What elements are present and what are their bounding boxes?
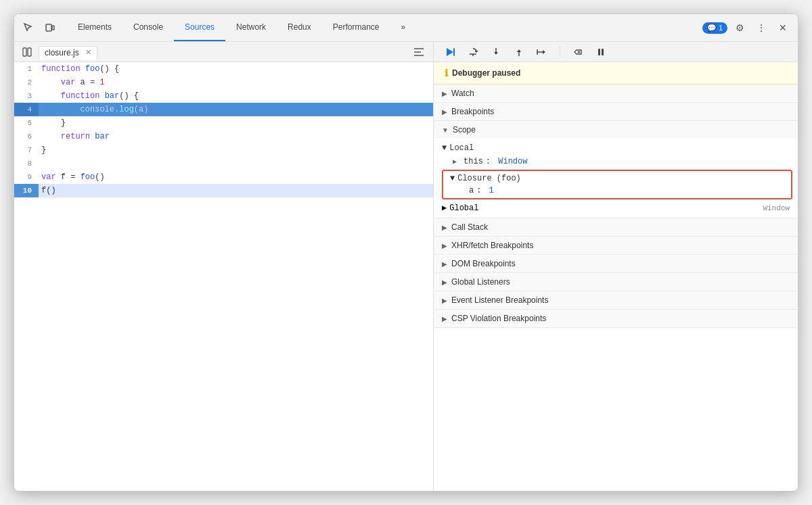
scope-label: Scope [453, 125, 476, 135]
scope-local-label: Local [449, 143, 474, 153]
code-line-6: 6 return bar [14, 130, 433, 143]
paused-banner: ℹ Debugger paused [434, 62, 798, 85]
dom-arrow-icon: ▶ [442, 260, 447, 268]
scope-global-group[interactable]: ▶ Global Window [434, 201, 798, 215]
resume-button[interactable] [442, 44, 458, 60]
section-global-listeners: ▶ Global Listeners [434, 273, 798, 291]
this-key: this [464, 157, 483, 166]
scope-arrow-icon: ▼ [442, 126, 449, 134]
scope-local-group[interactable]: ▼ Local [434, 141, 798, 155]
section-csp: ▶ CSP Violation Breakpoints [434, 310, 798, 328]
local-arrow-icon: ▼ [442, 143, 447, 153]
tab-network[interactable]: Network [225, 14, 277, 41]
tab-more[interactable]: » [390, 14, 417, 41]
paused-text: Debugger paused [452, 68, 520, 78]
svg-rect-14 [598, 49, 600, 55]
svg-rect-5 [453, 48, 455, 56]
global-listeners-arrow-icon: ▶ [442, 279, 447, 286]
closure-arrow-icon: ▼ [450, 174, 455, 183]
tab-console[interactable]: Console [122, 14, 174, 41]
closure-a-val: 1 [489, 186, 494, 195]
tab-redux[interactable]: Redux [277, 14, 322, 41]
debugger-content[interactable]: ℹ Debugger paused ▶ Watch ▶ Breakpoints [434, 62, 798, 491]
scope-global-val: Window [763, 204, 790, 212]
tab-performance[interactable]: Performance [322, 14, 390, 41]
global-listeners-label: Global Listeners [451, 277, 510, 287]
section-dom-header[interactable]: ▶ DOM Breakpoints [434, 255, 798, 272]
callstack-label: Call Stack [451, 222, 488, 232]
show-navigator-button[interactable] [20, 45, 35, 59]
sources-panel: closure.js ✕ 1 function [14, 42, 434, 491]
debugger-panel: ℹ Debugger paused ▶ Watch ▶ Breakpoints [434, 42, 798, 491]
xhr-arrow-icon: ▶ [442, 242, 447, 249]
main-tabs: Elements Console Sources Network Redux P… [67, 14, 702, 41]
section-xhr-header[interactable]: ▶ XHR/fetch Breakpoints [434, 237, 798, 254]
this-arrow-icon: ▶ [453, 158, 457, 166]
section-watch: ▶ Watch [434, 85, 798, 103]
section-csp-header[interactable]: ▶ CSP Violation Breakpoints [434, 310, 798, 327]
this-val: Window [498, 157, 527, 166]
step-over-button[interactable] [465, 44, 481, 60]
section-event-listeners: ▶ Event Listener Breakpoints [434, 291, 798, 310]
dom-label: DOM Breakpoints [451, 259, 516, 268]
step-out-button[interactable] [511, 44, 527, 60]
notification-badge[interactable]: 💬 1 [702, 22, 727, 34]
notification-icon: 💬 [707, 24, 717, 32]
svg-rect-1 [52, 26, 54, 30]
csp-arrow-icon: ▶ [442, 315, 447, 322]
section-scope: ▼ Scope ▼ Local ▶ this : Wind [434, 121, 798, 218]
device-toolbar-button[interactable] [41, 19, 59, 37]
breakpoints-arrow-icon: ▶ [442, 108, 447, 116]
scope-content: ▼ Local ▶ this : Window ▼ [434, 139, 798, 218]
code-line-1: 1 function foo() { [14, 62, 433, 76]
closure-a-key: a [469, 186, 474, 195]
file-tab-close[interactable]: ✕ [85, 48, 91, 57]
code-line-3: 3 function bar() { [14, 89, 433, 103]
more-options-button[interactable]: ⋮ [752, 18, 771, 37]
code-line-9: 9 var f = foo() [14, 170, 433, 184]
scope-closure-a-item: a : 1 [447, 185, 787, 197]
svg-rect-15 [602, 49, 604, 55]
file-tab-name: closure.js [45, 48, 79, 57]
inspect-element-button[interactable] [20, 19, 37, 37]
code-line-4: 4 console.log(a) [14, 103, 433, 116]
deactivate-breakpoints-button[interactable] [570, 44, 586, 60]
section-watch-header[interactable]: ▶ Watch [434, 85, 798, 102]
code-line-2: 2 var a = 1 [14, 76, 433, 89]
main-content: closure.js ✕ 1 function [14, 42, 798, 491]
devtools-window: Elements Console Sources Network Redux P… [14, 14, 798, 491]
scope-global-label: Global [449, 203, 478, 213]
section-event-listeners-header[interactable]: ▶ Event Listener Breakpoints [434, 291, 798, 309]
section-breakpoints-header[interactable]: ▶ Breakpoints [434, 103, 798, 120]
close-button[interactable]: ✕ [773, 18, 792, 37]
toolbar-divider [560, 46, 560, 58]
section-dom: ▶ DOM Breakpoints [434, 255, 798, 273]
section-callstack-header[interactable]: ▶ Call Stack [434, 218, 798, 236]
tab-elements[interactable]: Elements [67, 14, 122, 41]
toolbar-right: 💬 1 ⚙ ⋮ ✕ [702, 18, 792, 37]
step-into-button[interactable] [488, 44, 504, 60]
code-line-7: 7 } [14, 143, 433, 157]
step-button[interactable] [534, 44, 550, 60]
pause-exceptions-button[interactable] [593, 44, 609, 60]
svg-marker-4 [447, 48, 453, 56]
section-breakpoints: ▶ Breakpoints [434, 103, 798, 121]
closure-box: ▼ Closure (foo) a : 1 [442, 170, 792, 199]
scope-closure-group[interactable]: ▼ Closure (foo) [447, 172, 787, 185]
section-global-listeners-header[interactable]: ▶ Global Listeners [434, 273, 798, 291]
tab-sources[interactable]: Sources [174, 14, 225, 41]
format-button[interactable] [410, 43, 428, 61]
file-tab-closure[interactable]: closure.js ✕ [39, 46, 97, 59]
scope-closure-label: Closure (foo) [457, 174, 521, 183]
code-line-10: 10 f() [14, 184, 433, 197]
code-editor[interactable]: 1 function foo() { 2 var a = 1 3 functio… [14, 62, 433, 491]
section-scope-header[interactable]: ▼ Scope [434, 121, 798, 139]
xhr-label: XHR/fetch Breakpoints [451, 241, 533, 250]
section-call-stack: ▶ Call Stack [434, 218, 798, 237]
settings-button[interactable]: ⚙ [730, 18, 749, 37]
code-lines: 1 function foo() { 2 var a = 1 3 functio… [14, 62, 433, 197]
breakpoints-label: Breakpoints [451, 107, 494, 116]
debugger-toolbar [434, 42, 798, 62]
global-arrow-icon: ▶ [442, 203, 447, 213]
watch-label: Watch [451, 89, 474, 98]
